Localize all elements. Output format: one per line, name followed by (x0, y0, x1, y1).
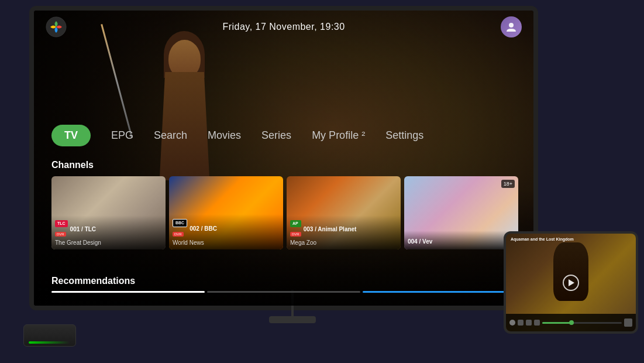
animal-planet-logo: AP (290, 220, 301, 227)
tablet-controls-bar (506, 314, 636, 331)
tablet-body: Aquaman and the Lost Kingdom (504, 231, 638, 334)
progress-bar-1 (51, 291, 205, 293)
tablet-progress-indicator (569, 320, 574, 325)
channels-title: Channels (34, 160, 533, 170)
animal-channel-number: 003 / Animal Planet (304, 226, 357, 232)
bbc-logo-badge: BBC DVR (173, 219, 187, 238)
nav-series[interactable]: Series (261, 129, 291, 142)
recommendations-section: Recommendations (34, 276, 533, 293)
tlc-dvr-badge: DVR (55, 232, 66, 237)
animal-dvr-badge: DVR (290, 232, 301, 237)
progress-bar-3 (363, 291, 516, 293)
tv-container: Friday, 17 November, 19:30 TV EPG Search… (29, 6, 556, 334)
progress-bar-2 (207, 291, 360, 293)
channel-card-tlc[interactable]: TLC DVR 001 / TLC The Great Design (51, 176, 166, 249)
stb-body (23, 324, 76, 347)
tablet-progress-bar (542, 322, 622, 324)
channel-card-animal-planet[interactable]: AP DVR 003 / Animal Planet Mega Zoo (287, 176, 401, 249)
channel-card-bbc[interactable]: BBC DVR 002 / BBC World News (169, 176, 283, 249)
animal-logo-badge: AP DVR (290, 220, 301, 238)
user-avatar[interactable] (501, 16, 522, 37)
nav-epg[interactable]: EPG (111, 129, 133, 142)
tv-base (269, 316, 316, 323)
nav-my-profile[interactable]: My Profile ² (312, 129, 365, 142)
channel-info-tlc: TLC DVR 001 / TLC The Great Design (51, 215, 166, 249)
nav-settings[interactable]: Settings (385, 129, 423, 142)
bbc-dvr-badge: DVR (173, 232, 184, 237)
channels-grid: TLC DVR 001 / TLC The Great Design B (34, 176, 533, 249)
stb-power-light (29, 341, 70, 344)
nav-search[interactable]: Search (154, 129, 187, 142)
tablet-hero-figure (553, 242, 588, 301)
channel-header-animal: AP DVR 003 / Animal Planet (290, 220, 397, 238)
bbc-channel-number: 002 / BBC (190, 225, 217, 232)
channel-card-4[interactable]: 18+ 004 / Vev (404, 176, 518, 249)
channel-header-tlc: TLC DVR 001 / TLC (55, 220, 162, 238)
top-bar: Friday, 17 November, 19:30 (34, 11, 533, 43)
bbc-logo: BBC (173, 219, 187, 227)
channel-header-bbc: BBC DVR 002 / BBC (173, 219, 280, 238)
tlc-logo: TLC (55, 220, 68, 227)
tablet-content-title: Aquaman and the Lost Kingdom (511, 237, 574, 241)
bbc-program: World News (173, 239, 280, 246)
tv-screen: Friday, 17 November, 19:30 TV EPG Search… (29, 6, 538, 310)
tablet-control-icon-5[interactable] (624, 319, 632, 327)
stb-container (23, 324, 76, 347)
tlc-logo-badge: TLC DVR (55, 220, 68, 238)
app-logo (46, 16, 67, 37)
tablet-screen[interactable]: Aquaman and the Lost Kingdom (506, 234, 636, 331)
tlc-program: The Great Design (55, 239, 162, 246)
animal-program: Mega Zoo (290, 239, 397, 246)
channel-4-badge: 18+ (501, 180, 515, 188)
channel-info-bbc: BBC DVR 002 / BBC World News (169, 214, 283, 249)
datetime-display: Friday, 17 November, 19:30 (222, 22, 345, 32)
nav-bar: TV EPG Search Movies Series My Profile ²… (34, 125, 533, 146)
channel-4-number: 004 / Vev (408, 238, 432, 245)
tlc-channel-number: 001 / TLC (70, 226, 96, 232)
channels-section: Channels TLC DVR 001 / TLC The Great Des… (34, 160, 533, 249)
tablet-container: Aquaman and the Lost Kingdom (504, 231, 638, 334)
nav-movies[interactable]: Movies (208, 129, 241, 142)
tablet-control-icon-4[interactable] (534, 320, 540, 326)
svg-point-1 (509, 23, 514, 28)
tablet-control-icon-3[interactable] (526, 320, 532, 326)
tablet-control-icon-1[interactable] (509, 320, 515, 326)
channel-info-4: 004 / Vev (404, 231, 518, 249)
play-triangle-icon (569, 279, 574, 286)
tablet-play-button[interactable] (563, 275, 579, 291)
progress-bars (51, 291, 516, 293)
tablet-control-icon-2[interactable] (518, 320, 524, 326)
channel-info-animal: AP DVR 003 / Animal Planet Mega Zoo (287, 215, 401, 249)
hero-figure (128, 28, 244, 180)
recommendations-title: Recommendations (51, 276, 516, 286)
nav-tv[interactable]: TV (51, 125, 91, 146)
